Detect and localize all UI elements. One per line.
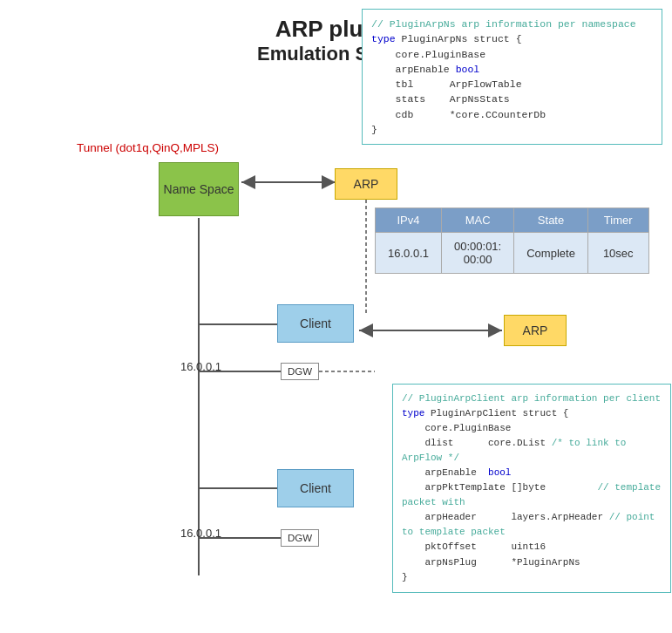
- col-ipv4: IPv4: [376, 208, 442, 233]
- code-box-top: // PluginArpNs arp information per names…: [362, 9, 662, 145]
- ip-text-1: 16.0.0.1: [180, 360, 221, 373]
- cell-ipv4: 16.0.0.1: [376, 233, 442, 274]
- arp-table: IPv4 MAC State Timer 16.0.0.1 00:00:01:0…: [375, 208, 649, 274]
- ip-text-2: 16.0.0.1: [180, 527, 221, 540]
- code-bottom-line2: core.PluginBase: [402, 423, 511, 433]
- code-bottom-line5: arpPktTemplate []byte // template packet…: [402, 482, 661, 507]
- ip-label-1: 16.0.0.1: [180, 360, 221, 373]
- code-line2: core.PluginBase: [371, 49, 485, 60]
- dgw-2-label: DGW: [288, 533, 312, 543]
- code-line4: tbl ArpFlowTable: [371, 78, 522, 90]
- code-bottom-line1: type PluginArpClient struct {: [402, 408, 568, 419]
- ip-label-2: 16.0.0.1: [180, 527, 221, 540]
- cell-state: Complete: [514, 233, 588, 274]
- code-bottom-line6: arpHeader layers.ArpHeader // point to t…: [402, 512, 655, 537]
- code-line5: stats ArpNsStats: [371, 93, 510, 105]
- code-bottom-line7: pktOffset uint16: [402, 541, 546, 552]
- code-comment-top: // PluginArpNs arp information per names…: [371, 18, 636, 30]
- code-bottom-line4: arpEnable bool: [402, 467, 511, 478]
- cell-mac: 00:00:01:00:00: [442, 233, 514, 274]
- client-2-label: Client: [300, 481, 331, 495]
- table-row: 16.0.0.1 00:00:01:00:00 Complete 10sec: [376, 233, 649, 274]
- code-bottom-close: }: [402, 572, 408, 582]
- namespace-label: Name Space: [164, 182, 234, 196]
- col-state: State: [514, 208, 588, 233]
- client-box-2: Client: [277, 469, 354, 507]
- tunnel-label: Tunnel (dot1q,QinQ,MPLS): [77, 141, 219, 154]
- col-mac: MAC: [442, 208, 514, 233]
- code-line1: type PluginArpNs struct {: [371, 33, 522, 44]
- code-comment-bottom: // PluginArpClient arp information per c…: [402, 393, 661, 404]
- cell-timer: 10sec: [587, 233, 648, 274]
- arp-box-mid: ARP: [504, 315, 567, 346]
- code-line7: }: [371, 124, 377, 135]
- arp-top-label: ARP: [354, 177, 379, 191]
- namespace-box: Name Space: [159, 162, 239, 216]
- code-bottom-line8: arpNsPlug *PluginArpNs: [402, 557, 580, 568]
- col-timer: Timer: [587, 208, 648, 233]
- dgw-1-label: DGW: [288, 366, 312, 377]
- code-bottom-line3: dlist core.DList /* to link to ArpFlow *…: [402, 438, 626, 463]
- dgw-badge-2: DGW: [281, 529, 319, 547]
- code-box-bottom: // PluginArpClient arp information per c…: [392, 384, 671, 593]
- arp-box-top: ARP: [335, 168, 397, 200]
- code-line3: arpEnable bool: [371, 64, 479, 75]
- client-box-1: Client: [277, 304, 354, 343]
- code-line6: cdb *core.CCounterDb: [371, 109, 546, 120]
- client-1-label: Client: [300, 316, 331, 330]
- dgw-badge-1: DGW: [281, 363, 319, 380]
- arp-mid-label: ARP: [523, 323, 548, 337]
